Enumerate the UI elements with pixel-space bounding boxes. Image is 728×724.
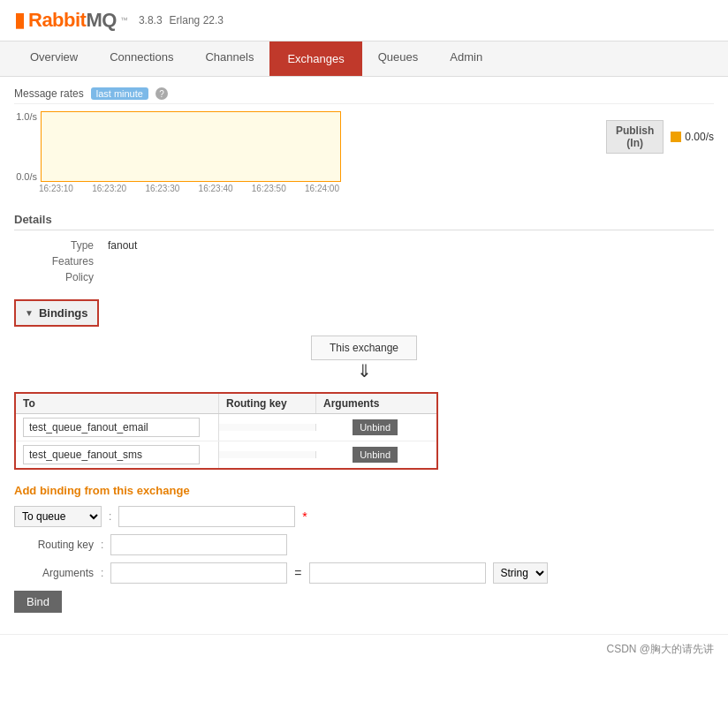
version-info: 3.8.3 Erlang 22.3: [139, 14, 224, 26]
bindings-table: To Routing key Arguments test_queue_fano…: [14, 392, 438, 470]
x-label-5: 16:24:00: [305, 184, 339, 193]
col-routing-header: Routing key: [219, 394, 316, 413]
routing-key-row: Routing key :: [14, 534, 714, 555]
to-queue-select[interactable]: To queue To exchange: [14, 506, 102, 527]
unbind-button-0[interactable]: Unbind: [353, 419, 398, 435]
app-header: ▮ RabbitMQ ™ 3.8.3 Erlang 22.3: [0, 0, 728, 41]
string-select[interactable]: String: [493, 562, 548, 584]
nav-admin[interactable]: Admin: [434, 41, 498, 76]
colon-separator: :: [109, 510, 111, 523]
bindings-table-header: To Routing key Arguments: [16, 394, 436, 414]
chart-section: 1.0/s 0.0/s 16:23:10 16:23:20 16:23:30 1…: [14, 111, 714, 193]
logo-tm: ™: [120, 16, 128, 25]
publish-rate: 0.00/s: [685, 131, 714, 143]
chart-x-labels: 16:23:10 16:23:20 16:23:30 16:23:40 16:2…: [39, 184, 339, 193]
arguments-colon: :: [101, 567, 103, 579]
exchange-box: This exchange: [311, 336, 417, 360]
chart-wrapper: 1.0/s 0.0/s: [14, 111, 585, 182]
binding-row-0: test_queue_fanout_email Unbind: [16, 414, 436, 441]
main-nav: Overview Connections Channels Exchanges …: [0, 41, 728, 77]
nav-connections[interactable]: Connections: [94, 41, 189, 76]
binding-row-1: test_queue_fanout_sms Unbind: [16, 441, 436, 468]
logo-mq: MQ: [86, 9, 116, 31]
bindings-header[interactable]: ▼ Bindings: [14, 299, 99, 327]
last-minute-badge[interactable]: last minute: [91, 87, 148, 100]
chart-box: [41, 111, 341, 182]
to-queue-input[interactable]: [118, 506, 295, 527]
arguments-key-input[interactable]: [110, 562, 287, 584]
x-label-1: 16:23:20: [92, 184, 126, 193]
y-axis: 1.0/s 0.0/s: [14, 111, 41, 182]
x-label-4: 16:23:50: [252, 184, 286, 193]
bindings-title: Bindings: [39, 306, 88, 320]
binding-args-1: Unbind: [316, 443, 405, 466]
footer: CSDN @胸大的请先讲: [0, 634, 728, 664]
bindings-triangle: ▼: [25, 308, 34, 318]
routing-key-input[interactable]: [110, 534, 287, 555]
publish-color-box: [671, 132, 681, 142]
routing-colon: :: [101, 539, 103, 551]
nav-exchanges[interactable]: Exchanges: [269, 41, 361, 76]
x-label-2: 16:23:30: [145, 184, 179, 193]
footer-text: CSDN @胸大的请先讲: [606, 643, 714, 655]
binding-routing-0: [219, 424, 316, 431]
col-args-header: Arguments: [316, 394, 405, 413]
logo-icon: ▮: [14, 9, 25, 32]
chart-container: 1.0/s 0.0/s 16:23:10 16:23:20 16:23:30 1…: [14, 111, 585, 193]
policy-label: Policy: [32, 271, 94, 283]
features-label: Features: [32, 255, 94, 268]
required-star: *: [302, 509, 307, 524]
message-rates-bar: Message rates last minute ?: [14, 84, 714, 104]
publish-legend-item: Publish (In) 0.00/s: [606, 120, 714, 154]
bindings-diagram: This exchange ⇓: [14, 336, 714, 381]
unbind-button-1[interactable]: Unbind: [353, 447, 398, 463]
routing-key-label: Routing key: [14, 539, 94, 551]
erlang: Erlang 22.3: [170, 14, 224, 26]
eq-sign: =: [294, 566, 301, 580]
binding-to-value-0: test_queue_fanout_email: [23, 418, 200, 437]
logo-text: RabbitMQ: [28, 9, 117, 32]
chart-legend: Publish (In) 0.00/s: [606, 111, 714, 154]
message-rates-label: Message rates: [14, 87, 84, 100]
add-binding-title: Add binding from this exchange: [14, 484, 714, 497]
publish-label: Publish (In): [606, 120, 664, 154]
binding-to-0: test_queue_fanout_email: [16, 414, 219, 441]
nav-channels[interactable]: Channels: [189, 41, 269, 76]
arguments-label: Arguments: [14, 567, 94, 579]
logo-rabbit: Rabbit: [28, 9, 86, 31]
binding-to-1: test_queue_fanout_sms: [16, 441, 219, 468]
arguments-row: Arguments : = String: [14, 562, 714, 584]
x-label-0: 16:23:10: [39, 184, 73, 193]
bind-button[interactable]: Bind: [14, 591, 62, 613]
nav-overview[interactable]: Overview: [14, 41, 94, 76]
y-max: 1.0/s: [14, 111, 37, 122]
binding-routing-1: [219, 451, 316, 458]
arrow-down: ⇓: [357, 360, 372, 381]
detail-type-row: Type fanout: [32, 238, 714, 253]
details-table: Type fanout Features Policy: [32, 238, 714, 285]
detail-policy-row: Policy: [32, 269, 714, 285]
bind-button-row: Bind: [14, 591, 714, 613]
main-content: Message rates last minute ? 1.0/s 0.0/s …: [0, 77, 728, 620]
y-min: 0.0/s: [14, 171, 37, 182]
detail-features-row: Features: [32, 253, 714, 269]
details-title: Details: [14, 207, 714, 230]
help-icon[interactable]: ?: [155, 87, 168, 100]
logo: ▮ RabbitMQ ™: [14, 9, 128, 32]
type-value: fanout: [108, 239, 137, 252]
binding-to-value-1: test_queue_fanout_sms: [23, 445, 200, 464]
binding-args-0: Unbind: [316, 416, 405, 439]
x-label-3: 16:23:40: [199, 184, 233, 193]
version: 3.8.3: [139, 14, 163, 26]
type-label: Type: [32, 239, 94, 252]
col-to-header: To: [16, 394, 219, 413]
nav-queues[interactable]: Queues: [362, 41, 435, 76]
to-queue-row: To queue To exchange : *: [14, 506, 714, 527]
arguments-value-input[interactable]: [309, 562, 486, 584]
